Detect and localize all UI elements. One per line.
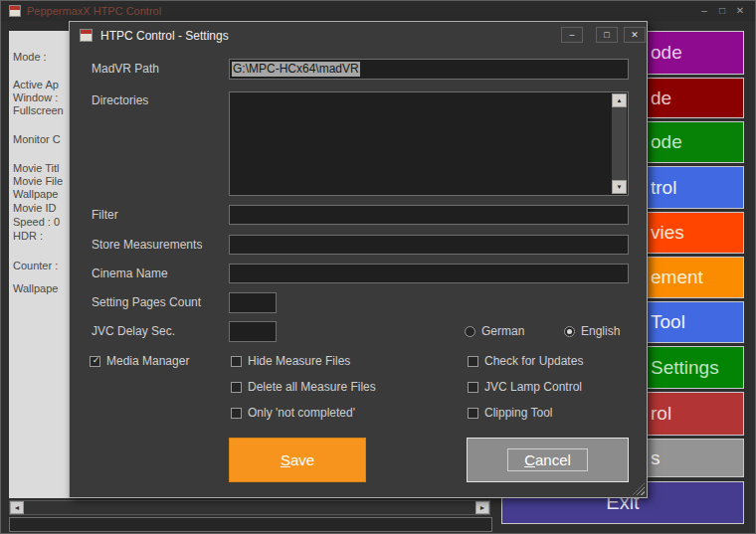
jvc-delay-sec-input[interactable] [229, 321, 277, 342]
dialog-maximize-button[interactable]: □ [596, 27, 618, 43]
main-window: PeppermaxX HTPC Control – □ ✕ Mode : Act… [0, 0, 756, 534]
maximize-button[interactable]: □ [713, 1, 731, 21]
directories-label: Directories [92, 91, 148, 107]
sidebar-label: Wallpape [13, 282, 58, 294]
checkbox-media-manager[interactable]: Media Manager [90, 354, 189, 368]
vertical-scrollbar[interactable]: ▲ ▼ [612, 93, 627, 194]
resize-grip-icon[interactable] [633, 483, 645, 495]
filter-input[interactable] [229, 205, 629, 225]
sidebar-label: Speed : 0 [13, 216, 60, 228]
sidebar-label: Counter : [13, 260, 58, 271]
radio-icon [564, 326, 575, 337]
filter-label: Filter [92, 205, 118, 225]
checkbox-check-for-updates[interactable]: Check for Updates [468, 354, 583, 368]
store-measurements-input[interactable] [229, 235, 629, 255]
settings-dialog: HTPC Control - Settings – □ ✕ MadVR Path… [69, 21, 648, 498]
checkbox-delete-all-measure-files[interactable]: Delete all Measure Files [231, 380, 376, 394]
scroll-left-icon[interactable]: ◄ [10, 501, 24, 514]
sidebar-label: Mode : [13, 51, 47, 63]
madvr-path-input[interactable]: G:\MPC-HCx64\madVR [229, 59, 629, 80]
window-title: PeppermaxX HTPC Control [27, 1, 161, 21]
sidebar-label: Monitor C [13, 133, 61, 145]
checkbox-hide-measure-files[interactable]: Hide Measure Files [231, 354, 350, 368]
radio-icon [465, 326, 475, 337]
checkbox-icon [468, 408, 478, 419]
checkbox-icon [231, 356, 242, 367]
cinema-name-input[interactable] [229, 264, 629, 283]
dialog-app-icon [80, 29, 93, 42]
radio-german[interactable]: German [465, 324, 524, 338]
horizontal-scrollbar[interactable]: ◄ ► [9, 500, 490, 515]
setting-pages-count-input[interactable] [229, 292, 277, 313]
app-icon [9, 5, 21, 17]
scroll-right-icon[interactable]: ► [475, 501, 489, 514]
sidebar-label: HDR : [13, 230, 43, 242]
setting-pages-count-label: Setting Pages Count [92, 292, 201, 313]
radio-english[interactable]: English [564, 324, 620, 338]
checkbox-only-not-completed[interactable]: Only 'not completed' [231, 406, 355, 420]
sidebar-label: Wallpape [13, 188, 58, 200]
scroll-up-icon[interactable]: ▲ [612, 93, 627, 107]
radio-english-label: English [581, 324, 620, 338]
sidebar-label: Movie ID [13, 202, 56, 214]
save-button-label: Save [281, 451, 314, 468]
cancel-button[interactable]: Cancel [467, 438, 629, 482]
close-button[interactable]: ✕ [731, 1, 749, 21]
directories-input[interactable]: ▲ ▼ [229, 91, 629, 196]
checkbox-clipping-tool[interactable]: Clipping Tool [468, 406, 553, 420]
sidebar-label: Movie File [13, 175, 63, 187]
dialog-close-button[interactable]: ✕ [624, 27, 646, 43]
madvr-path-label: MadVR Path [92, 59, 159, 80]
sidebar-label: Active Ap [13, 79, 59, 90]
store-measurements-label: Store Measurements [92, 235, 202, 255]
checkbox-icon [231, 382, 242, 393]
checkbox-icon [90, 356, 100, 367]
dialog-minimize-button[interactable]: – [561, 27, 583, 43]
sidebar-label: Movie Titl [13, 162, 59, 174]
madvr-path-value: G:\MPC-HCx64\madVR [232, 62, 360, 77]
jvc-delay-sec-label: JVC Delay Sec. [92, 321, 175, 342]
scroll-down-icon[interactable]: ▼ [612, 180, 627, 194]
dialog-title: HTPC Control - Settings [100, 22, 229, 50]
status-textbox[interactable] [9, 517, 492, 532]
radio-german-label: German [481, 324, 524, 338]
main-titlebar[interactable]: PeppermaxX HTPC Control – □ ✕ [1, 1, 755, 21]
checkbox-jvc-lamp-control[interactable]: JVC Lamp Control [468, 380, 582, 394]
cancel-button-label: Cancel [524, 451, 571, 468]
save-button[interactable]: Save [229, 438, 366, 482]
sidebar-label: Fullscreen [13, 104, 64, 116]
minimize-button[interactable]: – [695, 1, 713, 21]
sidebar-label: Window : [13, 91, 58, 103]
status-sidebar: Mode : Active Ap Window : Fullscreen Mon… [9, 31, 73, 498]
checkbox-icon [468, 356, 478, 367]
dialog-titlebar[interactable]: HTPC Control - Settings – □ ✕ [70, 22, 647, 50]
checkbox-icon [468, 382, 478, 393]
cinema-name-label: Cinema Name [92, 264, 168, 283]
checkbox-icon [231, 408, 242, 419]
